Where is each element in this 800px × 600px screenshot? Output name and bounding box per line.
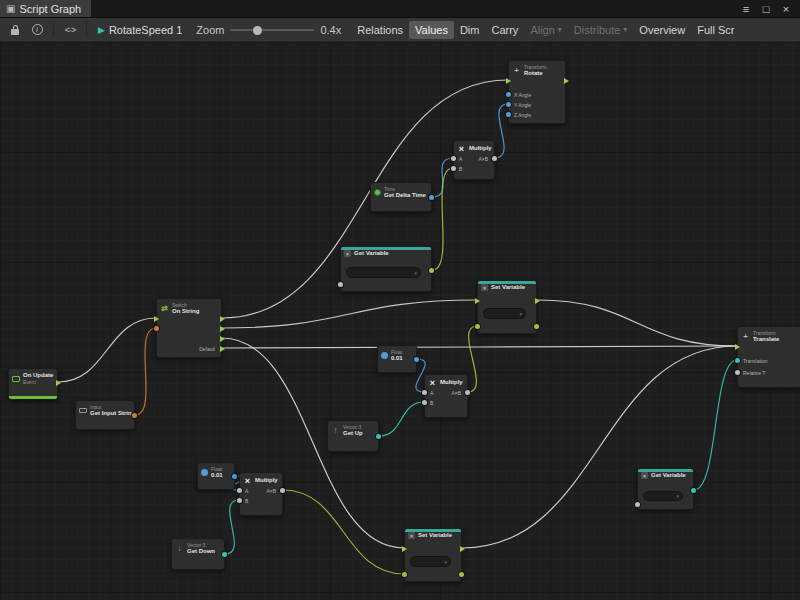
node-float-1[interactable]: Float0.01 bbox=[377, 345, 417, 373]
data-port[interactable] bbox=[635, 502, 640, 507]
port-label: B bbox=[430, 400, 433, 406]
variable-name-dropdown[interactable]: ▾ bbox=[410, 556, 451, 567]
node-header: Multiply bbox=[454, 141, 494, 154]
data-port[interactable] bbox=[475, 324, 480, 329]
node-multiply-3[interactable]: MultiplyABA×B bbox=[239, 472, 283, 516]
flow-port[interactable] bbox=[564, 78, 569, 84]
node-multiply-2[interactable]: MultiplyABA×B bbox=[424, 374, 468, 418]
node-multiply-1[interactable]: MultiplyABA×B bbox=[453, 140, 495, 180]
wire-vector-17[interactable] bbox=[694, 360, 737, 490]
node-get-variable-2[interactable]: Get Variable▾ bbox=[637, 468, 694, 510]
data-port[interactable] bbox=[451, 156, 456, 161]
data-port[interactable] bbox=[154, 326, 159, 331]
data-port[interactable] bbox=[232, 474, 237, 479]
data-port[interactable] bbox=[402, 572, 407, 577]
data-port[interactable] bbox=[691, 488, 696, 493]
wire-vector-15[interactable] bbox=[225, 500, 239, 554]
data-port[interactable] bbox=[492, 156, 497, 161]
window-menu-icon[interactable]: ≡ bbox=[738, 1, 754, 17]
lock-icon[interactable] bbox=[5, 20, 25, 40]
node-float-2[interactable]: Float0.01 bbox=[197, 462, 235, 490]
data-port[interactable] bbox=[376, 434, 381, 439]
wire-string-1[interactable] bbox=[135, 328, 156, 415]
data-port[interactable] bbox=[429, 268, 434, 273]
node-get-down[interactable]: Vector 3Get Down bbox=[171, 538, 225, 570]
flow-port[interactable] bbox=[154, 316, 159, 322]
zoom-slider-handle[interactable] bbox=[253, 26, 262, 35]
port-label: A×B bbox=[451, 390, 461, 396]
data-port[interactable] bbox=[735, 358, 740, 363]
toolbar-button-carry[interactable]: Carry bbox=[485, 21, 524, 39]
wire-object-13[interactable] bbox=[468, 326, 477, 392]
toolbar-button-distribute[interactable]: Distribute▾ bbox=[568, 21, 633, 39]
data-port[interactable] bbox=[414, 357, 419, 362]
data-port[interactable] bbox=[237, 488, 242, 493]
node-on-update[interactable]: On UpdateEvent bbox=[8, 368, 58, 400]
node-title: 0.01 bbox=[391, 355, 403, 362]
data-port[interactable] bbox=[338, 282, 343, 287]
data-port[interactable] bbox=[506, 92, 511, 97]
data-port[interactable] bbox=[280, 488, 285, 493]
wire-flow-4[interactable] bbox=[222, 346, 737, 348]
node-get-variable-1[interactable]: Get Variable▾ bbox=[340, 246, 432, 292]
wire-object-9[interactable] bbox=[432, 168, 453, 270]
data-port[interactable] bbox=[735, 370, 740, 375]
data-port[interactable] bbox=[506, 112, 511, 117]
graph-canvas[interactable]: TransformRotateX AngleY AngleZ AngleMult… bbox=[0, 42, 800, 600]
data-port[interactable] bbox=[459, 572, 464, 577]
zoom-slider[interactable] bbox=[230, 23, 314, 37]
flow-port[interactable] bbox=[535, 298, 540, 304]
info-icon[interactable] bbox=[27, 20, 47, 40]
data-port[interactable] bbox=[422, 400, 427, 405]
toolbar-button-dim[interactable]: Dim bbox=[454, 21, 486, 39]
tab-script-graph[interactable]: Script Graph bbox=[0, 0, 91, 17]
node-get-input-string[interactable]: InputGet Input Strin bbox=[75, 400, 135, 430]
wire-flow-0[interactable] bbox=[58, 318, 156, 382]
flow-port[interactable] bbox=[475, 298, 480, 304]
variable-name-dropdown[interactable]: ▾ bbox=[483, 308, 526, 319]
window-maximize-icon[interactable]: □ bbox=[758, 1, 774, 17]
node-switch-on-string[interactable]: SwitchOn StringDefault bbox=[156, 298, 222, 358]
flow-port[interactable] bbox=[402, 546, 407, 552]
node-title: Set Variable bbox=[418, 532, 452, 539]
node-rotate[interactable]: TransformRotateX AngleY AngleZ Angle bbox=[508, 60, 566, 124]
variable-name-dropdown[interactable]: ▾ bbox=[643, 491, 683, 501]
flow-port[interactable] bbox=[56, 380, 61, 386]
toolbar-button-align[interactable]: Align▾ bbox=[524, 21, 567, 39]
data-port[interactable] bbox=[534, 324, 539, 329]
data-port[interactable] bbox=[506, 102, 511, 107]
toolbar-button-fullscreen[interactable]: Full Scr bbox=[691, 21, 740, 39]
data-port[interactable] bbox=[429, 195, 434, 200]
flow-port[interactable] bbox=[460, 546, 465, 552]
flow-port[interactable] bbox=[220, 346, 225, 352]
graph-name-button[interactable]: RotateSpeed 1 bbox=[92, 22, 188, 38]
port-label: Default bbox=[199, 346, 215, 352]
data-port[interactable] bbox=[222, 552, 227, 557]
flow-port[interactable] bbox=[220, 316, 225, 322]
window-close-icon[interactable]: × bbox=[778, 1, 794, 17]
toolbar-button-relations[interactable]: Relations bbox=[351, 21, 409, 39]
node-set-variable-2[interactable]: Set Variable▾ bbox=[404, 528, 462, 582]
wire-vector-12[interactable] bbox=[379, 402, 424, 436]
data-port[interactable] bbox=[237, 498, 242, 503]
flow-port[interactable] bbox=[220, 336, 225, 342]
node-get-up[interactable]: Vector 3Get Up bbox=[327, 420, 379, 452]
flow-port[interactable] bbox=[506, 78, 511, 84]
toolbar-button-values[interactable]: Values bbox=[409, 21, 454, 39]
data-port[interactable] bbox=[422, 390, 427, 395]
code-icon[interactable] bbox=[60, 20, 80, 40]
toolbar-button-overview[interactable]: Overview bbox=[633, 21, 691, 39]
flow-port[interactable] bbox=[735, 344, 740, 350]
wire-flow-7[interactable] bbox=[462, 346, 737, 548]
variable-name-dropdown[interactable]: ▾ bbox=[346, 267, 421, 278]
data-port[interactable] bbox=[465, 390, 470, 395]
node-set-variable-1[interactable]: Set Variable▾ bbox=[477, 280, 537, 334]
data-port[interactable] bbox=[451, 166, 456, 171]
node-translate[interactable]: TransformTranslateTranslationRelative T bbox=[737, 326, 800, 388]
flow-port[interactable] bbox=[220, 326, 225, 332]
node-get-delta-time[interactable]: TimeGet Delta Time bbox=[370, 182, 432, 212]
data-port[interactable] bbox=[132, 413, 137, 418]
wire-flow-6[interactable] bbox=[537, 300, 737, 346]
wire-object-16[interactable] bbox=[283, 490, 404, 574]
wire-flow-3[interactable] bbox=[222, 300, 477, 328]
